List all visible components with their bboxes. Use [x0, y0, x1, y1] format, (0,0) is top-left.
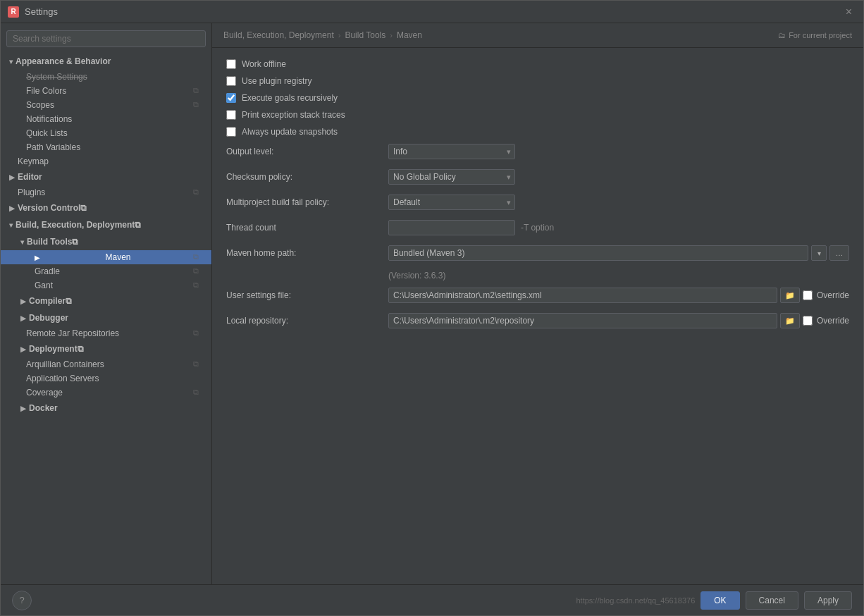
breadcrumb-sep-1: › — [338, 31, 341, 39]
sidebar-item-label: Path Variables — [26, 142, 80, 152]
sidebar-item-scopes[interactable]: Scopes ⧉ — [1, 98, 211, 112]
sidebar-item-debugger[interactable]: ▶ Debugger — [1, 309, 211, 326]
breadcrumb: Build, Execution, Deployment › Build Too… — [212, 23, 863, 48]
expand-arrow-maven: ▶ — [35, 254, 40, 261]
use-plugin-registry-label: Use plugin registry — [242, 76, 311, 86]
print-exception-stack-traces-checkbox[interactable] — [226, 110, 236, 120]
sidebar-item-version-control[interactable]: ▶ Version Control ⧉ — [1, 199, 211, 216]
sidebar-item-label: Notifications — [26, 114, 72, 124]
expand-arrow-build-tools: ▾ — [20, 238, 24, 246]
maven-home-path-input[interactable] — [388, 245, 808, 261]
sidebar-item-label: Arquillian Containers — [26, 359, 104, 369]
copy-icon: ⧉ — [193, 328, 203, 338]
settings-window: R Settings × ▾ Appearance & Behavior Sys… — [0, 0, 864, 616]
always-update-snapshots-row: Always update snapshots — [226, 127, 849, 137]
sidebar-item-gradle[interactable]: Gradle ⧉ — [1, 264, 211, 278]
sidebar-item-appearance[interactable]: ▾ Appearance & Behavior — [1, 53, 211, 70]
thread-count-input[interactable] — [388, 220, 515, 235]
local-repository-control: 📁 Override — [388, 313, 849, 328]
local-repository-override-row: Override — [803, 316, 849, 326]
thread-count-control: -T option — [388, 220, 849, 235]
user-settings-file-browse-button[interactable]: 📁 — [780, 288, 800, 303]
maven-home-browse-button[interactable]: … — [829, 245, 849, 261]
user-settings-override-row: Override — [803, 290, 849, 300]
sidebar-item-label: Maven — [105, 252, 130, 262]
copy-icon: ⧉ — [193, 100, 203, 110]
local-repository-override-checkbox[interactable] — [803, 316, 813, 326]
sidebar-item-application-servers[interactable]: Application Servers — [1, 371, 211, 386]
help-button[interactable]: ? — [12, 591, 32, 610]
work-offline-checkbox[interactable] — [226, 59, 236, 69]
apply-button[interactable]: Apply — [804, 591, 852, 610]
multiproject-fail-policy-row: Multiproject build fail policy: Default … — [226, 195, 849, 210]
search-input[interactable] — [6, 30, 206, 47]
sidebar-item-label: Build, Execution, Deployment — [16, 220, 135, 230]
copy-icon: ⧉ — [72, 237, 78, 247]
checksum-policy-label: Checksum policy: — [226, 172, 388, 182]
breadcrumb-part-2: Build Tools — [345, 30, 385, 40]
sidebar-item-label: Deployment — [29, 344, 78, 354]
sidebar-item-compiler[interactable]: ▶ Compiler ⧉ — [1, 292, 211, 309]
print-exception-stack-traces-label: Print exception stack traces — [242, 110, 345, 120]
bottom-bar: ? https://blog.csdn.net/qq_45618376 OK C… — [1, 584, 863, 615]
user-settings-file-input[interactable] — [388, 288, 777, 303]
sidebar-item-label: Appearance & Behavior — [16, 56, 111, 66]
sidebar-item-build-execution-deployment[interactable]: ▾ Build, Execution, Deployment ⧉ — [1, 216, 211, 233]
sidebar-item-file-colors[interactable]: File Colors ⧉ — [1, 84, 211, 98]
copy-icon: ⧉ — [135, 220, 141, 230]
sidebar-item-keymap[interactable]: Keymap — [1, 154, 211, 168]
expand-arrow-deployment: ▶ — [20, 345, 26, 353]
folder-icon: 📁 — [785, 291, 795, 300]
sidebar-item-quick-lists[interactable]: Quick Lists — [1, 126, 211, 140]
execute-goals-recursively-checkbox[interactable] — [226, 93, 236, 103]
user-settings-override-label: Override — [817, 290, 849, 300]
user-settings-override-checkbox[interactable] — [803, 290, 813, 300]
checksum-policy-select[interactable]: No Global Policy Fail Warn Ignore — [388, 169, 515, 185]
user-settings-file-control: 📁 Override — [388, 288, 849, 303]
sidebar-item-deployment[interactable]: ▶ Deployment ⧉ — [1, 340, 211, 357]
sidebar-item-build-tools[interactable]: ▾ Build Tools ⧉ — [1, 233, 211, 250]
sidebar-item-label: Gradle — [35, 266, 60, 276]
sidebar-item-label: Coverage — [26, 388, 63, 398]
execute-goals-recursively-label: Execute goals recursively — [242, 93, 338, 103]
window-title: Settings — [25, 6, 841, 17]
sidebar-item-maven[interactable]: ▶ Maven ⧉ — [1, 250, 211, 264]
sidebar-item-label: Keymap — [18, 156, 49, 166]
sidebar-item-remote-jar[interactable]: Remote Jar Repositories ⧉ — [1, 326, 211, 340]
checksum-policy-row: Checksum policy: No Global Policy Fail W… — [226, 169, 849, 185]
sidebar-item-arquillian[interactable]: Arquillian Containers ⧉ — [1, 357, 211, 371]
expand-arrow-docker: ▶ — [20, 405, 26, 412]
sidebar-item-gant[interactable]: Gant ⧉ — [1, 278, 211, 292]
multiproject-fail-policy-select[interactable]: Default Fail At End Fail Fast Never Fail — [388, 195, 515, 210]
multiproject-fail-policy-control: Default Fail At End Fail Fast Never Fail — [388, 195, 849, 210]
always-update-snapshots-checkbox[interactable] — [226, 127, 236, 137]
copy-icon: ⧉ — [193, 281, 203, 290]
sidebar-item-label: Gant — [35, 281, 53, 290]
execute-goals-recursively-row: Execute goals recursively — [226, 93, 849, 103]
sidebar-item-label: Remote Jar Repositories — [26, 328, 119, 338]
sidebar-item-editor[interactable]: ▶ Editor — [1, 168, 211, 185]
output-level-select[interactable]: Info Debug Quiet — [388, 144, 515, 159]
local-repository-input[interactable] — [388, 313, 777, 328]
sidebar-item-path-variables[interactable]: Path Variables — [1, 140, 211, 154]
copy-icon: ⧉ — [193, 187, 203, 197]
sidebar-item-notifications[interactable]: Notifications — [1, 112, 211, 126]
project-icon: 🗂 — [778, 31, 786, 39]
maven-home-path-control: ▾ … — [388, 245, 849, 261]
checksum-policy-select-wrapper: No Global Policy Fail Warn Ignore — [388, 169, 515, 185]
expand-arrow-vc: ▶ — [9, 204, 15, 212]
thread-count-label: Thread count — [226, 223, 388, 233]
ok-button[interactable]: OK — [701, 591, 739, 610]
maven-home-dropdown-button[interactable]: ▾ — [811, 245, 827, 261]
sidebar-item-coverage[interactable]: Coverage ⧉ — [1, 386, 211, 400]
use-plugin-registry-checkbox[interactable] — [226, 76, 236, 86]
sidebar-item-plugins[interactable]: Plugins ⧉ — [1, 185, 211, 199]
sidebar-item-label: Build Tools — [27, 237, 72, 247]
sidebar-item-system-settings[interactable]: System Settings — [1, 70, 211, 84]
sidebar-item-docker[interactable]: ▶ Docker — [1, 400, 211, 417]
local-repository-browse-button[interactable]: 📁 — [780, 313, 800, 328]
close-button[interactable]: × — [841, 3, 856, 21]
expand-arrow-appearance: ▾ — [9, 58, 13, 66]
cancel-button[interactable]: Cancel — [746, 591, 798, 610]
user-settings-file-label: User settings file: — [226, 290, 388, 300]
